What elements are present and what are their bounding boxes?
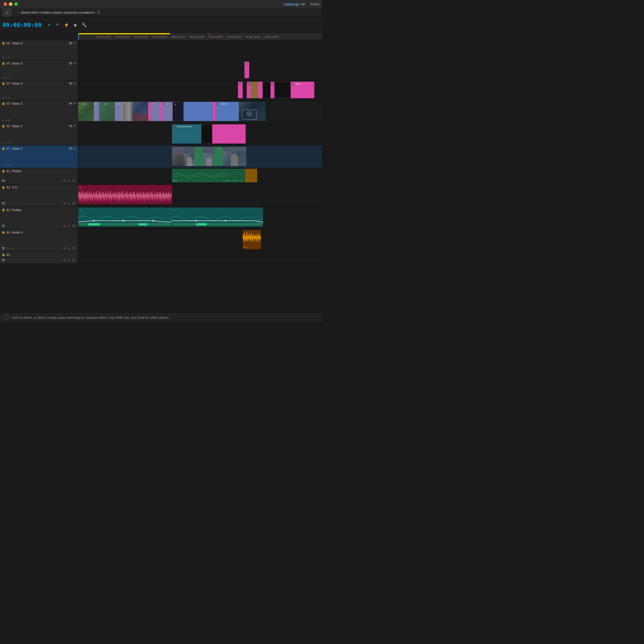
clip-v3-mc1[interactable]: fx [MC1] C (216, 102, 239, 121)
track-content-v1[interactable]: fx fx fx (78, 146, 322, 168)
track-diamond-v2[interactable]: ◇ (5, 141, 7, 144)
lock-icon-v6[interactable]: 🔒 (2, 42, 5, 45)
eye-icon-v2[interactable]: 👁 (73, 125, 76, 128)
settings-tool[interactable]: 🔧 (81, 22, 88, 28)
maximize-button[interactable] (14, 2, 18, 6)
track-diamond-v6[interactable]: ◇ (5, 56, 7, 59)
eye-icon-v1[interactable]: 👁 (73, 147, 76, 150)
home-button[interactable]: ⌂ (2, 8, 12, 17)
audio-clip-a1-3[interactable]: Ch. 1 (233, 169, 241, 182)
track-content-a3[interactable]: fx (78, 207, 322, 229)
clip-v1-green1[interactable]: fx (194, 147, 203, 166)
clip-v2-pink2[interactable] (216, 124, 246, 144)
track-content-a1[interactable]: Ch. 1 Ch. 1 Ch. 1 1 (78, 168, 322, 184)
solo-button-a4[interactable]: S (67, 247, 70, 250)
track-diamond-a4[interactable]: ◇ (9, 247, 12, 250)
clip-v4-black1[interactable] (263, 82, 271, 98)
clip-v2-adj[interactable]: fx Adjustment Laye (172, 124, 202, 144)
track-cam-a2[interactable]: 📷 (2, 202, 5, 205)
camera-icon-v3[interactable]: 📷 (69, 102, 72, 105)
clip-v1-person3[interactable] (223, 147, 246, 166)
track-left-a4[interactable]: ◁ (6, 247, 8, 250)
track-diamond-v4[interactable]: ◇ (5, 96, 7, 99)
tab-close-icon[interactable]: × (17, 11, 19, 14)
clip-v3-car[interactable]: fx (132, 102, 149, 121)
lock-icon-v2[interactable]: 🔒 (2, 125, 5, 128)
track-content-v2[interactable]: fx Adjustment Laye (78, 123, 322, 145)
track-left-v3[interactable]: ◁ (2, 119, 4, 122)
lock-icon-a3[interactable]: 🔒 (2, 208, 5, 211)
close-button[interactable] (4, 2, 7, 6)
lock-icon-v3[interactable]: 🔒 (2, 102, 5, 105)
eye-icon-v5[interactable]: 👁 (73, 62, 76, 65)
clip-v1-mc1[interactable]: fx [MC1] C (214, 147, 223, 166)
track-cam-a4[interactable]: 📷 (2, 247, 5, 250)
track-diamond-v1[interactable]: ◇ (5, 164, 7, 167)
mic-icon-a1[interactable]: 🎙 (72, 179, 76, 183)
track-content-a5[interactable] (78, 252, 322, 263)
razor-tool[interactable]: ⚡ (63, 22, 70, 28)
tab-menu-icon[interactable]: ☰ (97, 10, 100, 15)
clip-v3-lav3[interactable]: fx C (162, 102, 173, 121)
clip-v4-pink2[interactable]: fx (271, 82, 275, 98)
menu-icon[interactable]: ≡ (302, 2, 305, 7)
clip-v3-blue1[interactable] (183, 102, 213, 121)
track-content-v6[interactable] (78, 40, 322, 60)
clip-v3-lav1[interactable]: C (94, 102, 99, 121)
eye-icon-v4[interactable]: 👁 (73, 82, 76, 85)
mic-icon-a4[interactable]: 🎙 (72, 246, 76, 250)
audio-clip-a2-1[interactable]: fx (78, 185, 172, 204)
track-content-v5[interactable]: fx (78, 60, 322, 80)
track-arrow-v6[interactable]: ▷ (8, 56, 10, 59)
camera-icon-v2[interactable]: 📷 (69, 125, 72, 128)
audio-clip-a3-2[interactable]: fx (171, 207, 263, 227)
minimize-button[interactable] (9, 2, 12, 6)
track-content-v3[interactable]: fx Cro C fx Cro C (78, 101, 322, 123)
camera-icon-v6[interactable]: 📷 (69, 42, 72, 45)
lock-icon-a1[interactable]: 🔒 (2, 170, 5, 173)
audio-clip-a1-2[interactable]: Ch. 1 (226, 169, 233, 182)
track-setting-icon-v6[interactable]: ◁ (2, 56, 4, 59)
camera-icon-v5[interactable]: 📷 (69, 62, 72, 65)
clip-v5-1[interactable]: fx (244, 62, 249, 78)
solo-button-a2[interactable]: S (67, 202, 70, 205)
track-content-v4[interactable]: fx fx fx (78, 81, 322, 100)
clip-v3-landscape1[interactable]: fx Cro (78, 102, 94, 121)
track-diamond2-v5[interactable]: ◇ (5, 76, 7, 79)
ripple-tool[interactable]: ↶ (54, 22, 60, 28)
clip-v1-person1[interactable]: fx (183, 147, 195, 166)
track-diamond-v3[interactable]: ◇ (5, 119, 7, 122)
track-right-v2[interactable]: ▷ (8, 141, 10, 144)
lock-icon-a5[interactable]: 🔒 (2, 253, 5, 256)
mute-button-a5[interactable]: M (63, 258, 66, 262)
mic-icon-a2[interactable]: 🎙 (72, 201, 76, 205)
lock-icon-a2[interactable]: 🔒 (2, 186, 5, 189)
track-right-v5[interactable]: ▷ (8, 76, 10, 79)
clip-v4-black2[interactable] (274, 82, 291, 98)
mute-button-a1[interactable]: M (63, 179, 66, 183)
solo-button-a1[interactable]: S (67, 179, 70, 183)
mute-button-a2[interactable]: M (63, 202, 66, 205)
clip-v4-pink1[interactable] (258, 82, 263, 98)
eye-icon-v3[interactable]: 👁 (73, 102, 76, 105)
mic-icon-a5[interactable]: 🎙 (72, 258, 76, 262)
track-right-v1[interactable]: ▷ (8, 164, 10, 167)
clip-v3-dark[interactable]: fx (173, 102, 184, 121)
learning-button[interactable]: Learning (283, 2, 298, 7)
slip-tool[interactable]: ◆ (73, 22, 78, 28)
track-cam-a5[interactable]: 📷 (2, 259, 5, 262)
lock-icon-a4[interactable]: 🔒 (2, 231, 5, 234)
clip-v2-pink[interactable] (212, 124, 216, 144)
lock-icon-v4[interactable]: 🔒 (2, 82, 5, 85)
lock-icon-v5[interactable]: 🔒 (2, 62, 5, 65)
audio-clip-a4-1[interactable]: Ch. 1 (243, 230, 261, 249)
eye-icon-v6[interactable]: 👁 (73, 42, 76, 45)
solo-button-a3[interactable]: S (67, 224, 70, 228)
track-right-v3[interactable]: ▷ (8, 119, 10, 122)
track-cam-a3[interactable]: 📷 (2, 224, 5, 227)
lock-icon-v1[interactable]: 🔒 (2, 147, 5, 150)
clip-v3-stripes[interactable] (121, 102, 133, 121)
track-left-v4[interactable]: ◁ (2, 96, 4, 99)
audio-clip-a1-5[interactable]: 1 (245, 169, 257, 182)
camera-icon-v4[interactable]: 📷 (69, 82, 72, 85)
